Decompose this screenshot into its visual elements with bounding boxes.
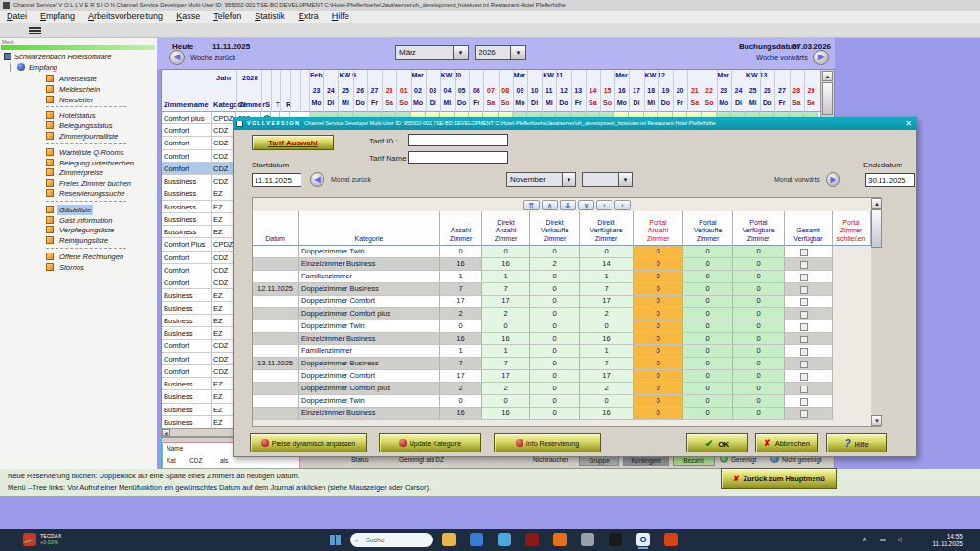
dialog-month-select[interactable]: November bbox=[506, 172, 562, 187]
tarif-name-input[interactable] bbox=[408, 151, 508, 164]
app-orange-icon[interactable] bbox=[664, 533, 678, 546]
terminal-icon[interactable] bbox=[609, 533, 622, 546]
sidebar-item-belegung-unterbrechen[interactable]: Belegung unterbrechen bbox=[0, 158, 157, 168]
scroll-left-button[interactable]: ‹ bbox=[596, 200, 612, 210]
sidebar-item-warteliste-q-rooms[interactable]: Warteliste Q-Rooms bbox=[0, 147, 157, 158]
preise-dynamisch-button[interactable]: Preise dynamisch anpassen bbox=[250, 433, 367, 452]
tray-clock[interactable]: 14:55 11.11.2025 bbox=[932, 533, 963, 548]
portal-schliessen-checkbox[interactable] bbox=[800, 261, 808, 269]
month-select-arrow-icon[interactable]: ▼ bbox=[453, 45, 469, 60]
tarif-id-input[interactable] bbox=[408, 134, 508, 146]
sidebar-item-newsletter[interactable]: Newsletter bbox=[0, 95, 157, 105]
endedatum-input[interactable]: 30.11.2025 bbox=[865, 173, 915, 187]
scroll-to-top-button[interactable]: ⇈ bbox=[523, 200, 540, 210]
table-scroll-up-icon[interactable]: ▲ bbox=[871, 198, 882, 209]
ok-button[interactable]: ✔OK bbox=[686, 433, 748, 452]
tree-root[interactable]: Schwarzenbach Hotelsoftware bbox=[0, 52, 157, 62]
scroll-thumb[interactable] bbox=[822, 82, 833, 115]
scroll-up-icon[interactable]: ▲ bbox=[822, 71, 833, 81]
tarif-table-row[interactable]: Doppelzimmer Twin0000000 bbox=[253, 320, 871, 333]
tarif-table-row[interactable]: Familienzimmer1101000 bbox=[253, 345, 871, 358]
hilfe-button[interactable]: ?Hilfe bbox=[826, 433, 887, 452]
sidebar-item-belegungsstatus[interactable]: Belegungsstatus bbox=[0, 121, 157, 131]
month-select[interactable]: März bbox=[395, 45, 453, 60]
sidebar-item-zimmerpreise[interactable]: Zimmerpreise bbox=[0, 167, 157, 178]
sidebar-item-stornos[interactable]: Stornos bbox=[0, 262, 157, 273]
monat-vorwaerts-button[interactable]: ▶ bbox=[826, 172, 840, 187]
tray-speaker-icon[interactable]: ◁ bbox=[897, 536, 902, 543]
tray-display-icon[interactable]: ▭ bbox=[880, 536, 886, 543]
sidebar-item-reinigungsliste[interactable]: Reinigungsliste bbox=[0, 235, 157, 246]
portal-schliessen-checkbox[interactable] bbox=[800, 274, 808, 281]
week-back-button[interactable]: ◀ bbox=[169, 50, 185, 65]
portal-schliessen-checkbox[interactable] bbox=[800, 398, 808, 406]
abbrechen-button[interactable]: ✘Abbrechen bbox=[755, 433, 818, 452]
sidebar-item-gast-information[interactable]: Gast Information bbox=[0, 215, 157, 226]
portal-schliessen-checkbox[interactable] bbox=[800, 348, 808, 356]
file-explorer-icon[interactable] bbox=[442, 533, 456, 546]
sidebar-item-reservierungssuche[interactable]: Reservierungssuche bbox=[0, 188, 157, 199]
portal-schliessen-checkbox[interactable] bbox=[800, 386, 808, 393]
menu-statistik[interactable]: Statistik bbox=[255, 11, 285, 23]
menu-datei[interactable]: Datei bbox=[7, 11, 27, 23]
portal-schliessen-checkbox[interactable] bbox=[800, 323, 808, 331]
portal-schliessen-checkbox[interactable] bbox=[800, 373, 808, 381]
scroll-to-bottom-button[interactable]: ⇊ bbox=[560, 200, 576, 210]
scroll-down-button[interactable]: ∨ bbox=[578, 200, 594, 210]
info-reservierung-button[interactable]: Info Reservierung bbox=[494, 433, 601, 452]
stocks-widget-icon[interactable] bbox=[23, 533, 36, 546]
menu-extra[interactable]: Extra bbox=[299, 11, 319, 23]
tarif-table-row[interactable]: Einzelzimmer Business1616016000 bbox=[253, 333, 871, 345]
stocks-widget[interactable]: TECDAX +0,03% bbox=[40, 533, 61, 546]
dialog-second-arrow-icon[interactable]: ▼ bbox=[618, 172, 633, 187]
portal-schliessen-checkbox[interactable] bbox=[800, 311, 808, 319]
portal-schliessen-checkbox[interactable] bbox=[800, 336, 808, 343]
sidebar-item-offene-rechnungen[interactable]: Offene Rechnungen bbox=[0, 252, 157, 262]
photos-icon[interactable] bbox=[498, 533, 511, 546]
menu-empfang[interactable]: Empfang bbox=[40, 11, 75, 23]
sidebar-item-hotelstatus[interactable]: Hotelstatus bbox=[0, 110, 157, 121]
sidebar-item-anreiseliste[interactable]: Anreiseliste bbox=[0, 74, 157, 84]
portal-schliessen-checkbox[interactable] bbox=[800, 249, 808, 256]
portal-schliessen-checkbox[interactable] bbox=[800, 361, 808, 368]
scroll-up-button[interactable]: ∧ bbox=[542, 200, 558, 210]
tarif-table-row[interactable]: Doppelzimmer Twin0000000 bbox=[253, 246, 871, 258]
table-scroll-thumb[interactable] bbox=[871, 209, 882, 248]
sidebar-item-g-steliste[interactable]: Gästeliste bbox=[0, 205, 157, 215]
sidebar-item-freies-zimmer-buchen[interactable]: Freies Zimmer buchen bbox=[0, 178, 157, 188]
hamburger-menu-icon[interactable] bbox=[29, 27, 41, 34]
tarif-table-row[interactable]: Doppelzimmer Comfort1717017000 bbox=[253, 370, 871, 383]
app-o-icon[interactable]: O bbox=[636, 533, 650, 546]
portal-schliessen-checkbox[interactable] bbox=[800, 298, 808, 306]
tarif-table-row[interactable]: Einzelzimmer Business1616214000 bbox=[253, 258, 871, 271]
table-scroll-down-icon[interactable]: ▼ bbox=[871, 415, 882, 426]
store-icon[interactable] bbox=[470, 533, 483, 546]
zurueck-hauptmenu-button[interactable]: ✘Zurück zum Hauptmenü bbox=[721, 468, 837, 489]
tarif-table-row[interactable]: Einzelzimmer Business1616016000 bbox=[253, 408, 871, 420]
dialog-month-arrow-icon[interactable]: ▼ bbox=[562, 172, 576, 187]
table-vertical-scrollbar[interactable]: ▲ ▼ bbox=[871, 198, 882, 426]
tray-chevron-icon[interactable]: ∧ bbox=[862, 536, 867, 543]
tarif-table-row[interactable]: Familienzimmer1101000 bbox=[253, 271, 871, 283]
scroll-left-icon[interactable]: ◀ bbox=[162, 429, 170, 436]
tree-section-empfang[interactable]: Empfang bbox=[0, 62, 157, 73]
tarif-table-row[interactable]: Doppelzimmer Comfort1717017000 bbox=[253, 296, 871, 308]
app-red-icon[interactable] bbox=[525, 533, 539, 546]
update-kategorie-button[interactable]: Update Kategorie bbox=[379, 433, 481, 452]
search-box[interactable]: ⌕ Suche bbox=[350, 533, 433, 547]
week-forward-button[interactable]: ▶ bbox=[813, 50, 829, 65]
year-select-arrow-icon[interactable]: ▼ bbox=[510, 45, 526, 60]
scroll-right-button[interactable]: › bbox=[614, 200, 631, 210]
menu-telefon[interactable]: Telefon bbox=[213, 11, 241, 23]
tarif-table-row[interactable]: Doppelzimmer Comfort plus2202000 bbox=[253, 308, 871, 320]
dialog-close-icon[interactable]: ✕ bbox=[905, 118, 912, 130]
firefox-icon[interactable] bbox=[553, 533, 567, 546]
sidebar-item-meldeschein[interactable]: Meldeschein bbox=[0, 84, 157, 95]
menu-hilfe[interactable]: Hilfe bbox=[332, 11, 349, 23]
tarif-table-row[interactable]: 12.11.2025Doppelzimmer Business7707000 bbox=[253, 283, 871, 296]
dialog-second-select[interactable] bbox=[582, 172, 618, 187]
portal-schliessen-checkbox[interactable] bbox=[800, 410, 808, 418]
start-button-icon[interactable] bbox=[330, 535, 341, 545]
tarif-table-row[interactable]: Doppelzimmer Twin0000000 bbox=[253, 395, 871, 408]
tarif-table-row[interactable]: 13.11.2025Doppelzimmer Business7707000 bbox=[253, 358, 871, 370]
